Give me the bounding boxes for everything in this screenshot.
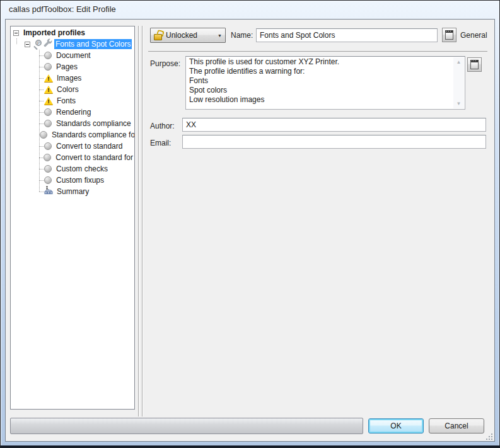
fixup-wrench-icon <box>44 38 52 50</box>
splitter[interactable] <box>142 26 142 416</box>
minus-expander-icon[interactable] <box>13 30 19 36</box>
status-dot-icon <box>44 154 51 161</box>
tree-item-custom-fixups[interactable]: Custom fixups <box>11 175 134 186</box>
tree-item-rendering[interactable]: Rendering <box>11 106 134 118</box>
purpose-textarea[interactable]: This profile is used for customer XYZ Pr… <box>185 56 465 110</box>
dialog-client-area: Imported profiles P Fonts and Spot Color… <box>5 19 495 442</box>
purpose-label: Purpose: <box>150 59 180 68</box>
tree-item-pages[interactable]: Pages <box>11 61 134 72</box>
name-label: Name: <box>231 31 253 40</box>
email-label: Email: <box>150 139 171 147</box>
scroll-down-icon[interactable]: ▼ <box>453 101 464 106</box>
author-input[interactable] <box>182 118 486 132</box>
author-label: Author: <box>150 122 175 130</box>
tree-item-standards-compliance[interactable]: Standards compliance <box>11 118 134 129</box>
tree-item-custom-checks[interactable]: Custom checks <box>11 163 134 175</box>
purpose-text: This profile is used for customer XYZ Pr… <box>189 57 451 105</box>
progress-bar <box>10 418 363 434</box>
profiles-tree[interactable]: Imported profiles P Fonts and Spot Color… <box>10 26 135 410</box>
tree-item-standards-compliance-for[interactable]: Standards compliance fo <box>11 129 134 141</box>
email-input[interactable] <box>182 135 486 149</box>
name-input[interactable] <box>256 28 438 42</box>
splitter[interactable] <box>138 26 139 416</box>
status-dot-icon <box>44 120 52 127</box>
resize-grip-icon[interactable] <box>485 432 492 440</box>
status-dot-icon <box>44 176 52 184</box>
notepad-icon <box>470 60 479 69</box>
warning-icon <box>44 74 53 83</box>
edit-profile-window: callas pdfToolbox: Edit Profile Imported… <box>0 0 500 448</box>
chevron-down-icon: ▼ <box>218 33 222 38</box>
ok-button[interactable]: OK <box>368 418 424 434</box>
purpose-scrollbar[interactable]: ▲ ▼ <box>453 57 464 108</box>
unlocked-padlock-icon <box>154 30 163 40</box>
name-comment-button[interactable] <box>442 28 456 42</box>
cancel-button[interactable]: Cancel <box>429 418 484 434</box>
status-dot-icon <box>44 165 52 173</box>
tree-item-convert-to-standard[interactable]: Convert to standard <box>11 141 134 152</box>
selected-tree-label: Fonts and Spot Colors <box>54 39 132 49</box>
tree-item-colors[interactable]: Colors <box>11 84 134 95</box>
titlebar[interactable]: callas pdfToolbox: Edit Profile <box>1 1 499 19</box>
notepad-icon <box>445 30 453 40</box>
general-section-label: General <box>460 31 487 40</box>
preflight-check-icon: P <box>33 40 43 49</box>
tree-item-fonts[interactable]: Fonts <box>11 95 134 106</box>
purpose-comment-button[interactable] <box>467 57 482 72</box>
warning-icon <box>44 97 53 105</box>
tree-item-fonts-and-spot-colors[interactable]: P Fonts and Spot Colors <box>11 38 134 50</box>
status-dot-icon <box>44 142 52 150</box>
status-dot-icon <box>44 52 52 59</box>
warning-icon <box>44 86 53 94</box>
tree-item-document[interactable]: Document <box>11 50 134 61</box>
lock-state-value: Unlocked <box>166 31 218 40</box>
tree-item-summary[interactable]: Summary <box>11 186 134 197</box>
status-dot-icon <box>40 131 47 139</box>
status-dot-icon <box>44 63 52 71</box>
tree-item-convert-to-standard-for[interactable]: Convert to standard for <box>11 152 134 163</box>
tree-item-imported-profiles[interactable]: Imported profiles <box>11 27 134 38</box>
scroll-up-icon[interactable]: ▲ <box>453 59 464 65</box>
section-separator <box>148 51 487 52</box>
window-title: callas pdfToolbox: Edit Profile <box>9 4 116 14</box>
lock-state-dropdown[interactable]: Unlocked ▼ <box>150 28 226 43</box>
status-dot-icon <box>44 108 52 116</box>
summary-icon <box>44 186 53 197</box>
minus-expander-icon[interactable] <box>25 42 30 47</box>
tree-item-images[interactable]: Images <box>11 72 134 84</box>
